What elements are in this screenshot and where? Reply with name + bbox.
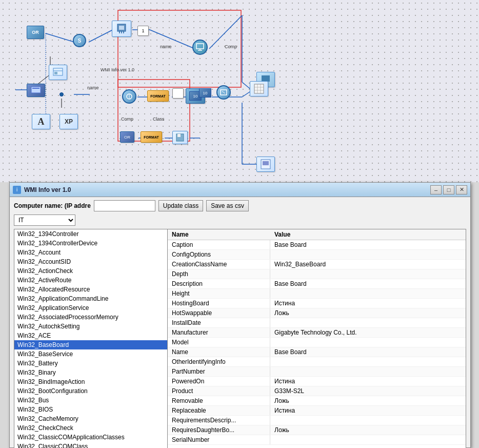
detail-value [270,338,466,340]
node-small-white[interactable] [172,88,184,99]
it-dropdown[interactable]: IT [14,215,75,226]
detail-value: Ложь [270,396,466,405]
class-item[interactable]: Win32_AutochkSetting [14,322,167,331]
detail-value [270,269,466,271]
class-item[interactable]: Win32_CacheMemory [14,414,167,423]
svg-rect-25 [119,26,124,30]
detail-row: RemovableЛожь [168,396,466,406]
svg-line-3 [89,30,113,42]
class-item[interactable]: Win32_BaseService [14,349,167,359]
label-comp: Comp [225,44,237,49]
class-item[interactable]: Win32_Battery [14,359,167,368]
detail-value: Gigabyte Technology Co., Ltd. [270,328,466,337]
dropdown-row: IT [14,215,466,226]
node-circle2[interactable] [122,89,136,104]
detail-name: Name [168,347,270,357]
class-item[interactable]: Win32_Bus [14,396,167,405]
class-item[interactable]: Win32_ClassicCOMApplicationClasses [14,433,167,442]
detail-name: HostingBoard [168,299,270,308]
maximize-button[interactable]: □ [443,185,454,194]
node-s-circle[interactable]: S [73,34,86,47]
node-or-bottom[interactable]: OR [120,131,134,143]
details-panel: Name Value CaptionBase BoardConfigOption… [168,229,466,448]
detail-name: HotSwappable [168,308,270,318]
node-main-processor[interactable] [112,21,131,37]
detail-row: NameBase Board [168,347,466,357]
detail-row: RequiresDaughterBo...Ложь [168,425,466,435]
computer-name-input[interactable] [94,200,155,211]
close-button[interactable]: ✕ [456,185,467,194]
node-10b[interactable]: 10 [199,88,211,98]
svg-rect-39 [32,88,39,89]
detail-name: CreationClassName [168,260,270,269]
detail-value [270,357,466,359]
node-comp-circle[interactable] [192,40,208,55]
node-small-1[interactable]: 1 [137,26,149,36]
node-circle3[interactable] [216,85,231,100]
connector-dot-1 [59,92,64,96]
detail-name: PoweredOn [168,377,270,386]
detail-value [270,416,466,418]
detail-row: RequirementsDescrip... [168,416,466,425]
canvas-area: OR S 1 name Comp WMI Info ver 1.0 [0,0,479,182]
svg-rect-52 [263,161,269,165]
detail-row: HostingBoardИстина [168,299,466,308]
label-comp2: Comp [121,116,133,122]
svg-rect-38 [31,87,41,93]
class-item[interactable]: Win32_AllocatedResource [14,285,167,294]
class-item[interactable]: Win32_AssociatedProcessorMemory [14,313,167,322]
detail-name: InstallDate [168,318,270,327]
class-item[interactable]: Win32_BootConfiguration [14,386,167,396]
node-grid[interactable] [250,81,268,96]
node-text-A[interactable]: A [32,114,50,129]
detail-value: G33M-S2L [270,386,466,396]
class-list-panel: Win32_1394ControllerWin32_1394Controller… [14,229,168,448]
detail-value: Win32_BaseBoard [270,260,466,269]
node-blue-left[interactable] [27,84,45,97]
detail-row: Depth [168,269,466,279]
class-item[interactable]: Win32_ActiveRoute [14,276,167,285]
class-item[interactable]: Win32_1394Controller [14,229,167,239]
save-csv-button[interactable]: Save as csv [206,200,249,211]
detail-row: Height [168,289,466,299]
node-box2[interactable] [49,65,67,80]
class-item[interactable]: Win32_BIOS [14,405,167,414]
col-header-name: Name [172,231,274,238]
detail-name: Caption [168,240,270,249]
node-text-XP[interactable]: XP [59,114,78,129]
class-item[interactable]: Win32_AccountSID [14,257,167,266]
node-box-bottom[interactable] [256,157,275,172]
class-item[interactable]: Win32_BindImageAction [14,377,167,386]
class-item[interactable]: Win32_ApplicationService [14,303,167,313]
class-item[interactable]: Win32_ApplicationCommandLine [14,294,167,303]
label-name-top: name [160,44,172,49]
svg-rect-29 [196,44,204,49]
node-format-bottom[interactable]: FORMAT [141,131,162,143]
class-item[interactable]: Win32_ACE [14,331,167,340]
class-item[interactable]: Win32_Binary [14,368,167,377]
class-item[interactable]: Win32_1394ControllerDevice [14,239,167,248]
detail-value: Истина [270,377,466,386]
computer-name-label: Computer name: (IP addre [14,202,91,209]
detail-value [270,250,466,252]
class-item[interactable]: Win32_Account [14,248,167,257]
class-item[interactable]: Win32_ClassicCOMClass [14,442,167,448]
detail-row: PartNumber [168,367,466,377]
detail-name: Manufacturer [168,328,270,337]
update-class-button[interactable]: Update class [158,200,203,211]
class-item[interactable]: Win32_CheckCheck [14,423,167,433]
node-or[interactable]: OR [27,26,44,39]
class-item[interactable]: Win32_ActionCheck [14,266,167,276]
svg-rect-37 [54,72,57,74]
wmi-content: Computer name: (IP addre Update class Sa… [10,197,470,448]
node-format-orange[interactable]: FORMAT [147,90,169,102]
class-item[interactable]: Win32_BaseBoard [14,340,167,349]
detail-name: RequirementsDescrip... [168,416,270,425]
node-save[interactable] [172,131,188,144]
detail-name: SerialNumber [168,435,270,444]
detail-value: Ложь [270,308,466,318]
detail-row: CreationClassNameWin32_BaseBoard [168,260,466,269]
wmi-titlebar[interactable]: i WMI Info ver 1.0 – □ ✕ [10,183,470,197]
detail-name: ConfigOptions [168,250,270,259]
minimize-button[interactable]: – [430,185,442,194]
